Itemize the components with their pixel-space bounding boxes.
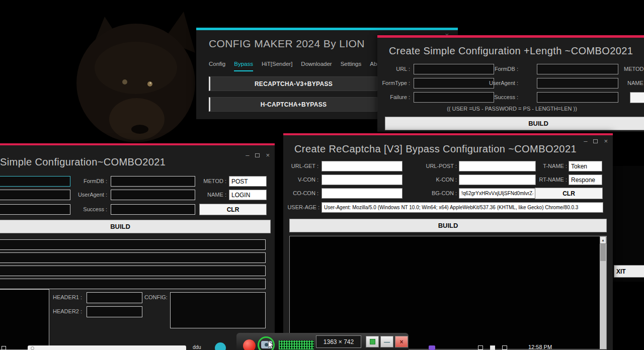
line-input-3[interactable] [0, 266, 266, 276]
mouse-cursor [268, 341, 275, 349]
screen-recorder-toolbar: 1363 × 742 — × [236, 333, 409, 350]
useragent-input[interactable] [537, 78, 618, 89]
scrollbar[interactable]: ▲ [600, 236, 606, 349]
tray-icon-2[interactable] [490, 345, 495, 350]
formdb-input[interactable] [111, 176, 195, 187]
line-input-2[interactable] [0, 252, 266, 263]
menu-bar: Config Bypass HiT[Sender] Downloader Set… [209, 61, 385, 71]
minimize-button[interactable]: — [380, 336, 393, 347]
window-title: Create Simple Configuration +Length ~COM… [389, 45, 633, 57]
scroll-up-button[interactable]: ▲ [600, 236, 606, 244]
success-input[interactable] [111, 204, 195, 215]
user-agent-input[interactable] [321, 202, 603, 213]
clock[interactable]: 12:58 PM [528, 344, 552, 350]
v-con-input[interactable] [321, 174, 403, 185]
clr-button[interactable]: CLR [535, 188, 603, 199]
url-post-input[interactable] [459, 161, 536, 171]
k-con-input[interactable] [459, 174, 536, 185]
formdb-label: FormDB : [480, 64, 518, 74]
success-input[interactable] [537, 92, 618, 103]
name-label: NAME : [198, 190, 226, 200]
search-icon [31, 346, 34, 350]
co-con-input[interactable] [321, 188, 403, 199]
close-button[interactable]: × [395, 336, 408, 347]
line-input-4[interactable] [0, 279, 266, 289]
k-con-label: K-CON : [415, 174, 457, 185]
clr-button[interactable]: CLR [199, 204, 267, 215]
name-input[interactable] [229, 190, 267, 200]
partial-desktop-label: ddu [193, 344, 201, 350]
scrollbar-thumb[interactable] [600, 244, 606, 261]
minimize-icon[interactable]: – [584, 137, 587, 145]
tray-icon-3[interactable] [502, 345, 507, 350]
metod-input[interactable] [229, 176, 267, 187]
menu-item-downloader[interactable]: Downloader [301, 61, 332, 71]
user-age-label: USER-AGE : [283, 202, 319, 213]
t-name-label: T-NAME : [534, 161, 567, 171]
recaptcha-v3-bypass-button[interactable]: RECAPTCHA-V3+BYPASS [209, 76, 377, 91]
line-input-1[interactable] [0, 239, 266, 250]
maximize-icon[interactable] [255, 153, 260, 157]
success-label: Success : [73, 204, 107, 215]
stop-button[interactable] [366, 336, 379, 347]
rt-name-input[interactable] [569, 174, 602, 185]
h-captcha-bypass-button[interactable]: H-CAPTCHA+BYPASS [209, 97, 377, 112]
menu-item-hit-sender[interactable]: HiT[Sender] [262, 61, 292, 71]
header2-label: HEADER2 : [53, 306, 84, 317]
window-title: Simple Configuration~COMBO2021 [0, 156, 166, 168]
red-accent-strip [0, 143, 275, 145]
formtype-input[interactable] [0, 190, 70, 200]
t-name-input[interactable] [569, 161, 602, 171]
header2-input[interactable] [87, 306, 142, 317]
teal-accent-strip [196, 28, 458, 30]
red-accent-strip [283, 133, 613, 135]
purple-app-icon[interactable] [429, 345, 435, 350]
search-bar-partial[interactable] [28, 345, 186, 350]
exit-window-partial: XIT [613, 166, 644, 282]
useragent-input[interactable] [111, 190, 195, 200]
url-input-focused[interactable] [0, 176, 70, 187]
name-label: NAME [627, 78, 644, 89]
close-icon[interactable]: × [266, 151, 270, 159]
url-post-label: URL-POST : [415, 161, 457, 171]
config-box[interactable] [170, 292, 266, 328]
maximize-icon[interactable] [593, 139, 598, 143]
build-button[interactable]: BUILD [289, 219, 607, 232]
co-con-label: CO-CON : [283, 188, 318, 199]
teal-app-icon[interactable] [215, 342, 226, 350]
menu-item-settings[interactable]: Settings [341, 61, 362, 71]
bg-con-input[interactable] [459, 188, 536, 199]
failure-label: Failure : [377, 92, 410, 103]
menu-item-bypass[interactable]: Bypass [234, 61, 253, 71]
simple-length-window: Create Simple Configuration +Length ~COM… [377, 35, 644, 132]
url-label: URL : [377, 64, 410, 74]
close-icon[interactable]: × [604, 137, 608, 145]
url-get-input[interactable] [321, 161, 403, 171]
build-button[interactable]: BUILD [0, 220, 271, 233]
corner-icon[interactable] [2, 346, 6, 350]
window-controls: – × [246, 151, 270, 159]
useragent-label: UserAgent : [70, 190, 107, 200]
url-get-label: URL-GET : [283, 161, 318, 171]
record-button[interactable] [243, 339, 256, 350]
useragent-label: UserAgent : [475, 78, 518, 89]
window-title: Create ReCaptcha [V3] Bypass Configurati… [294, 143, 577, 155]
header1-input[interactable] [87, 292, 142, 303]
simple-config-window: – × Simple Configuration~COMBO2021 FormD… [0, 143, 275, 350]
failure-input[interactable] [0, 204, 70, 215]
exit-button[interactable]: XIT [614, 265, 644, 278]
tray-icon-1[interactable] [478, 345, 483, 350]
clr-button[interactable] [630, 92, 644, 103]
rt-name-label: RT-NAME : [534, 174, 567, 185]
formtype-label: FormType : [377, 78, 410, 89]
length-note: (( USER =US - PASSWORD = PS - LENGTH=LEN… [440, 106, 584, 112]
formdb-input[interactable] [537, 64, 618, 74]
page-title: CONFIG MAKER 2024 By LION [209, 38, 365, 50]
build-button[interactable]: BUILD [385, 117, 644, 130]
menu-item-config[interactable]: Config [209, 61, 225, 71]
minimize-icon[interactable]: – [246, 151, 249, 159]
window-controls: – × [584, 137, 608, 145]
red-accent-strip [377, 35, 644, 38]
header1-label: HEADER1 : [53, 292, 84, 303]
config-label: CONFIG: [144, 292, 170, 303]
